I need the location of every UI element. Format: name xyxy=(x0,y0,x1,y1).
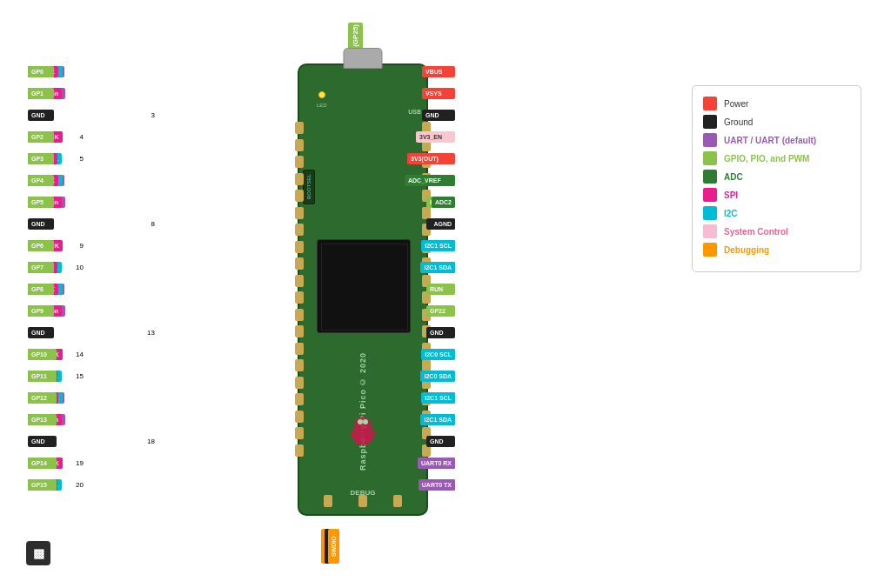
legend-sysctrl-label: System Control xyxy=(724,227,788,237)
legend-spi: SPI xyxy=(703,188,850,202)
pin-gp8: GP8 xyxy=(28,284,54,295)
pin-num-4: 4 xyxy=(71,133,84,141)
pin-run-30: RUN xyxy=(426,284,455,295)
legend-spi-label: SPI xyxy=(724,190,738,200)
pin-vbus-40: VBUS xyxy=(422,66,455,77)
legend: Power Ground UART / UART (default) GPIO,… xyxy=(692,85,861,272)
legend-adc: ADC xyxy=(703,170,850,184)
pin-gp2: GP2 xyxy=(28,131,54,143)
pin-gnd-28: GND xyxy=(426,327,455,338)
pin-3v3out-36: 3V3(OUT) xyxy=(407,153,455,164)
main-container: LED (GP25) BOOTSEL USB LED Raspberry Pi … xyxy=(0,0,891,588)
legend-debug-label: Debugging xyxy=(724,245,769,255)
pin-gp10: GP10 xyxy=(28,349,57,360)
pin-gp7: GP7 xyxy=(28,262,54,273)
diagram-area: LED (GP25) BOOTSEL USB LED Raspberry Pi … xyxy=(19,16,872,572)
pin-i2c1sda-31: I2C1 SDA xyxy=(420,262,455,273)
pin-i2c1scl-25: I2C1 SCL xyxy=(421,392,455,404)
pin-gp11: GP11 xyxy=(28,371,57,382)
usb-connector xyxy=(344,48,383,69)
pin-gp6: GP6 xyxy=(28,240,54,251)
pin-num-20: 20 xyxy=(71,481,84,489)
legend-power: Power xyxy=(703,97,850,110)
pin-gp13: GP13 xyxy=(28,414,57,425)
pin-num-5: 5 xyxy=(71,155,84,163)
pin-num-9: 9 xyxy=(71,242,84,250)
watermark-logo: ▩ xyxy=(26,541,50,565)
pin-gp1: GP1 xyxy=(28,88,54,99)
legend-i2c-label: I2C xyxy=(724,209,738,218)
pin-gp14: GP14 xyxy=(28,458,57,469)
pin-adcvref-35: ADC_VREF xyxy=(405,175,455,186)
pin-i2c0sda-26: I2C0 SDA xyxy=(420,371,455,382)
board-led xyxy=(318,91,325,98)
pin-num-10: 10 xyxy=(71,264,84,271)
pin-gnd-3: GND xyxy=(28,110,54,121)
pin-gp3: GP3 xyxy=(28,153,54,164)
pin-gp5: GP5 xyxy=(28,197,54,208)
legend-uart-label: UART / UART (default) xyxy=(724,136,816,145)
legend-i2c: I2C xyxy=(703,206,850,220)
pin-gp22-29: GP22 xyxy=(426,305,455,317)
pin-gnd-13: GND xyxy=(28,327,54,338)
pin-num-14: 14 xyxy=(71,351,84,358)
pin-gp0: GP0 xyxy=(28,66,54,77)
pin-num-15: 15 xyxy=(71,372,84,380)
legend-sysctrl: System Control xyxy=(703,224,850,238)
pin-agnd-33: AGND xyxy=(430,218,455,230)
right-pins: 40 VBUS 39 VSYS 38 GND 37 3V3_EN 36 3V3(… xyxy=(441,63,455,498)
pico-board: BOOTSEL USB LED Raspberry Pi Pico © 2020 xyxy=(298,63,428,516)
legend-adc-label: ADC xyxy=(724,172,743,182)
pin-gp9: GP9 xyxy=(28,305,54,317)
pin-adc2-34: ADC2 xyxy=(432,197,455,208)
legend-debug: Debugging xyxy=(703,243,850,257)
rp2040-chip xyxy=(317,239,411,333)
svg-point-5 xyxy=(363,419,368,424)
pin-gnd-18: GND xyxy=(28,436,57,447)
pin-num-19: 19 xyxy=(71,459,84,467)
pin-num-3: 3 xyxy=(143,111,155,119)
pin-3v3en-37: 3V3_EN xyxy=(416,131,455,143)
pin-num-18: 18 xyxy=(143,438,155,445)
svg-point-4 xyxy=(358,419,363,424)
pin-gp4: GP4 xyxy=(28,175,54,186)
legend-ground: Ground xyxy=(703,115,850,129)
pin-i2c1scl-32: I2C1 SCL xyxy=(421,240,455,251)
legend-power-label: Power xyxy=(724,99,748,109)
pin-gp12: GP12 xyxy=(28,392,57,404)
pin-i2c0scl-27: I2C0 SCL xyxy=(421,349,455,360)
pin-uart0tx-21: UART0 TX xyxy=(419,479,455,491)
pin-gnd-8: GND xyxy=(28,218,54,230)
rpi-logo xyxy=(341,410,385,453)
pin-i2c1sda-24: I2C1 SDA xyxy=(420,414,455,425)
legend-gpio-label: GPIO, PIO, and PWM xyxy=(724,154,809,164)
pin-num-8: 8 xyxy=(143,220,155,228)
pin-gnd-38: GND xyxy=(422,110,455,121)
pin-vsys-39: VSYS xyxy=(422,88,455,99)
svg-point-3 xyxy=(354,435,372,445)
pin-gp15: GP15 xyxy=(28,479,57,491)
left-pins: UART0 TX I2C0 SDA SPI0 RX GP0 1 UART0 RX… xyxy=(28,63,155,498)
pin-num-13: 13 xyxy=(143,329,155,337)
legend-ground-label: Ground xyxy=(724,117,753,127)
legend-uart: UART / UART (default) xyxy=(703,133,850,147)
pin-gnd-23: GND xyxy=(426,436,455,447)
pin-uart0rx-22: UART0 RX xyxy=(418,458,455,469)
bootsel-button: BOOTSEL xyxy=(303,170,315,204)
legend-gpio: GPIO, PIO, and PWM xyxy=(703,151,850,165)
